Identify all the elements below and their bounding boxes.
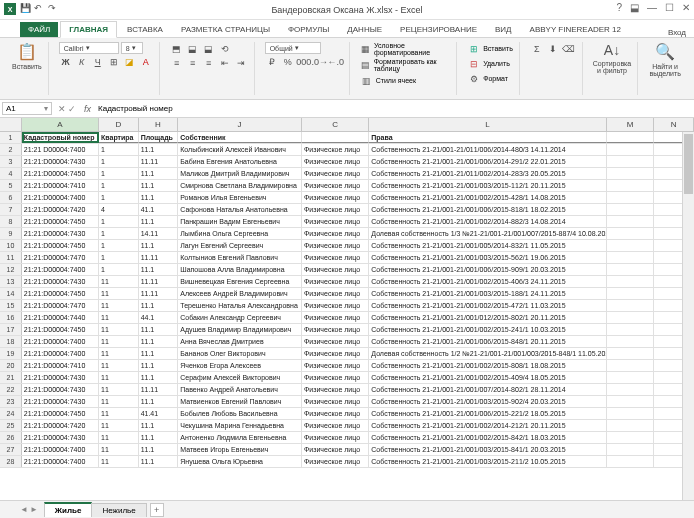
column-header[interactable]: C (302, 118, 369, 131)
data-cell[interactable]: 1 (99, 216, 139, 227)
data-cell[interactable]: Маликов Дмитрий Владимирович (178, 168, 302, 179)
data-cell[interactable]: Физическое лицо (302, 192, 369, 203)
font-name-dropdown[interactable]: Calibri▾ (59, 42, 119, 54)
data-cell[interactable]: Матвиенков Евгений Павлович (178, 396, 302, 407)
data-cell[interactable]: Физическое лицо (302, 300, 369, 311)
comma-button[interactable]: 000 (297, 55, 311, 68)
data-cell[interactable]: Собакин Александр Сергеевич (178, 312, 302, 323)
data-cell[interactable]: Собственность 21-21/001-21/001/012/2015-… (369, 312, 607, 323)
dec-decimal-button[interactable]: ←.0 (329, 55, 343, 68)
data-cell[interactable]: Панкрашин Вадим Евгеньевич (178, 216, 302, 227)
clear-button[interactable]: ⌫ (562, 42, 576, 55)
data-cell[interactable]: 11.1 (139, 300, 179, 311)
percent-button[interactable]: % (281, 55, 295, 68)
tab-review[interactable]: РЕЦЕНЗИРОВАНИЕ (392, 22, 485, 37)
data-cell[interactable]: Собственность 21-21/001-21/001/006/2015-… (369, 408, 607, 419)
row-header[interactable]: 6 (0, 192, 22, 203)
data-cell[interactable]: Собственность 21-21/001-21/001/003/2015-… (369, 396, 607, 407)
data-cell[interactable]: Физическое лицо (302, 264, 369, 275)
data-cell[interactable]: 11 (99, 288, 139, 299)
data-cell[interactable]: Физическое лицо (302, 144, 369, 155)
data-cell[interactable] (607, 216, 655, 227)
data-cell[interactable]: Собственность 21-21/001-21/001/006/2015-… (369, 204, 607, 215)
data-cell[interactable]: 11 (99, 456, 139, 467)
data-cell[interactable]: 11.1 (139, 396, 179, 407)
data-cell[interactable]: Собственность 21-21/001-21/001/002/2015-… (369, 192, 607, 203)
data-cell[interactable]: 1 (99, 264, 139, 275)
data-cell[interactable]: Анна Вячеслав Дмитриев (178, 336, 302, 347)
conditional-formatting-button[interactable]: ▦Условное форматирование (360, 42, 450, 56)
data-cell[interactable]: 11 (99, 420, 139, 431)
sheet-tab-active[interactable]: Жилье (44, 502, 93, 517)
data-cell[interactable]: Собственность 21-21/001-21/001/005/2014-… (369, 240, 607, 251)
data-cell[interactable]: 11.11 (139, 156, 179, 167)
data-cell[interactable]: 21:21:D00004:7410 (22, 360, 99, 371)
data-cell[interactable]: 11 (99, 444, 139, 455)
data-cell[interactable]: Собственность 21-21/001-21/011/006/2014-… (369, 144, 607, 155)
data-cell[interactable] (607, 240, 655, 251)
data-cell[interactable]: 11.1 (139, 336, 179, 347)
insert-cells-button[interactable]: ⊞Вставить (467, 42, 513, 55)
data-cell[interactable]: 21:21:D00004:7450 (22, 240, 99, 251)
data-cell[interactable]: Физическое лицо (302, 456, 369, 467)
data-cell[interactable] (607, 372, 655, 383)
data-cell[interactable]: 14.11 (139, 228, 179, 239)
row-header[interactable]: 14 (0, 288, 22, 299)
data-cell[interactable]: Собственность 21-21/001-21/001/007/2014-… (369, 384, 607, 395)
undo-icon[interactable]: ↶ (34, 3, 44, 13)
data-cell[interactable]: Физическое лицо (302, 384, 369, 395)
data-cell[interactable] (607, 168, 655, 179)
worksheet-grid[interactable]: ADHJCLMN 1Кадастровый номерКвартираПлоща… (0, 118, 694, 500)
data-cell[interactable]: 11.1 (139, 192, 179, 203)
data-cell[interactable]: 21:21:D00004:7450 (22, 168, 99, 179)
row-header[interactable]: 18 (0, 336, 22, 347)
data-cell[interactable]: Собственность 21-21/001-21/001/002/2015-… (369, 276, 607, 287)
data-cell[interactable]: Собственность 21-21/001-21/001/003/2015-… (369, 288, 607, 299)
inc-decimal-button[interactable]: .0→ (313, 55, 327, 68)
data-cell[interactable] (607, 228, 655, 239)
column-header[interactable]: J (178, 118, 302, 131)
data-cell[interactable]: Физическое лицо (302, 252, 369, 263)
data-cell[interactable]: Собственность 21-21/001-21/001/002/2015-… (369, 300, 607, 311)
header-cell[interactable]: Кадастровый номер (22, 132, 99, 143)
data-cell[interactable]: 11 (99, 336, 139, 347)
data-cell[interactable]: Колыбинский Алексей Иванович (178, 144, 302, 155)
data-cell[interactable]: Терешенко Наталья Александровна (178, 300, 302, 311)
data-cell[interactable]: 21:21:D00004:7400 (22, 348, 99, 359)
data-cell[interactable]: Вишневецкая Евгения Сергеевна (178, 276, 302, 287)
data-cell[interactable] (607, 312, 655, 323)
data-cell[interactable]: 44.1 (139, 312, 179, 323)
data-cell[interactable]: Колтыниов Евгений Павлович (178, 252, 302, 263)
italic-button[interactable]: К (75, 55, 89, 68)
find-select-button[interactable]: 🔍 Найти и выделить (648, 42, 682, 77)
data-cell[interactable]: 11 (99, 396, 139, 407)
data-cell[interactable] (607, 348, 655, 359)
data-cell[interactable]: 1 (99, 192, 139, 203)
data-cell[interactable]: Чекушина Марина Геннадьевна (178, 420, 302, 431)
data-cell[interactable]: 11 (99, 408, 139, 419)
data-cell[interactable] (607, 252, 655, 263)
data-cell[interactable]: Антоненко Людмила Евгеньевна (178, 432, 302, 443)
data-cell[interactable]: Павенко Андрей Анатольевич (178, 384, 302, 395)
data-cell[interactable]: 11.11 (139, 288, 179, 299)
data-cell[interactable] (607, 384, 655, 395)
data-cell[interactable]: Долевая собственность 1/2 №21-21/001-21/… (369, 348, 607, 359)
data-cell[interactable]: 11.1 (139, 240, 179, 251)
row-header[interactable]: 17 (0, 324, 22, 335)
font-color-button[interactable]: A (139, 55, 153, 68)
header-cell[interactable]: Права (369, 132, 607, 143)
number-format-dropdown[interactable]: Общий▾ (265, 42, 321, 54)
data-cell[interactable]: Собственность 21-21/001-21/001/006/2015-… (369, 264, 607, 275)
indent-inc-button[interactable]: ⇥ (234, 56, 248, 69)
data-cell[interactable]: 11 (99, 360, 139, 371)
data-cell[interactable] (607, 180, 655, 191)
redo-icon[interactable]: ↷ (48, 3, 58, 13)
data-cell[interactable]: Романов Илья Евгеньевич (178, 192, 302, 203)
data-cell[interactable]: 1 (99, 156, 139, 167)
data-cell[interactable]: Собственность 21-21/001-21/001/006/2014-… (369, 156, 607, 167)
data-cell[interactable]: Физическое лицо (302, 360, 369, 371)
data-cell[interactable]: Физическое лицо (302, 312, 369, 323)
data-cell[interactable] (607, 156, 655, 167)
data-cell[interactable]: Собственность 21-21/001-21/001/002/2015-… (369, 372, 607, 383)
data-cell[interactable]: Физическое лицо (302, 372, 369, 383)
